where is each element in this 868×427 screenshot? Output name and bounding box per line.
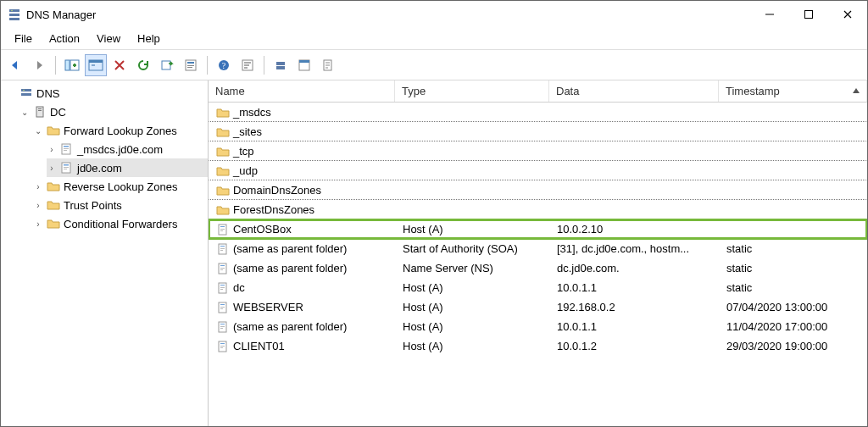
close-button[interactable] [828,1,867,28]
toolbar-separator [207,56,208,75]
cell-data: 10.0.2.10 [550,223,720,236]
list-record[interactable]: CentOSBoxHost (A)10.0.2.10 [209,219,867,239]
svg-rect-59 [220,326,225,327]
new-server-button[interactable] [270,54,292,76]
svg-rect-13 [187,65,194,66]
back-button[interactable] [4,54,26,76]
list-record[interactable]: dcHost (A)10.0.1.1static [209,278,867,297]
tree-label: Forward Lookup Zones [64,125,177,137]
tree-trust-points[interactable]: › Trust Points [33,196,208,214]
tree-root-dns[interactable]: DNS [6,84,208,103]
new-zone-button[interactable] [293,54,315,76]
filter-button[interactable] [236,54,259,76]
tree-zone-item[interactable]: ›_msdcs.jd0e.com [47,140,208,158]
help-button[interactable]: ? [213,54,235,76]
svg-rect-54 [220,304,225,305]
record-icon [216,340,230,353]
menu-file[interactable]: File [6,30,41,47]
svg-rect-6 [65,60,70,70]
tree-label: Reverse Lookup Zones [64,180,177,193]
list-subfolder[interactable]: ForestDnsZones [209,200,867,219]
menu-view[interactable]: View [88,30,129,47]
cell-type: Host (A) [396,320,550,333]
menu-action[interactable]: Action [41,30,88,47]
list-subfolder[interactable]: _sites [209,122,867,141]
record-name: WEBSERVER [233,301,303,313]
record-icon [216,301,230,314]
new-record-button[interactable] [317,54,339,76]
properties-button[interactable] [180,54,202,76]
expanded-twisty-icon[interactable]: ⌄ [19,107,30,117]
show-hide-tree-button[interactable] [61,54,83,76]
list-record[interactable]: WEBSERVERHost (A)192.168.0.207/04/2020 1… [209,297,867,317]
list-record[interactable]: (same as parent folder)Start of Authorit… [209,239,867,258]
list-subfolder[interactable]: _udp [209,161,867,180]
collapsed-twisty-icon[interactable]: › [33,200,43,210]
tree-conditional-forwarders[interactable]: › Conditional Forwarders [33,214,208,233]
refresh-button[interactable] [132,54,154,76]
column-type[interactable]: Type [395,80,549,102]
list-subfolder[interactable]: _tcp [209,141,867,161]
tree-pane[interactable]: DNS ⌄ DC ⌄ [1,80,209,426]
window-title: DNS Manager [26,8,96,21]
blank-twisty-icon [6,88,16,98]
svg-rect-64 [220,347,223,348]
column-timestamp[interactable]: Timestamp [719,80,867,102]
menu-help[interactable]: Help [129,30,169,47]
toolbar: ? [1,50,867,80]
collapsed-twisty-icon[interactable]: › [33,219,43,229]
svg-rect-51 [220,287,225,288]
tree-label: DC [50,106,66,119]
svg-rect-60 [220,328,223,329]
delete-button[interactable] [108,54,131,76]
record-icon [216,281,230,295]
svg-rect-5 [805,11,813,19]
svg-rect-34 [64,164,69,166]
tree-reverse-lookup-zones[interactable]: › Reverse Lookup Zones [33,177,208,196]
forward-button[interactable] [28,54,50,76]
collapsed-twisty-icon[interactable]: › [47,144,57,154]
list-pane: Name Type Data Timestamp _msdcs_sites_tc… [209,80,867,426]
cell-timestamp: static [720,262,866,274]
svg-point-3 [11,10,13,12]
svg-rect-14 [187,67,192,68]
collapsed-twisty-icon[interactable]: › [33,181,43,191]
cell-type: Host (A) [396,340,550,352]
collapsed-twisty-icon[interactable]: › [47,163,57,173]
svg-rect-38 [220,226,225,227]
cell-data: 10.0.1.2 [550,340,720,352]
svg-rect-62 [220,343,225,344]
minimize-button[interactable] [750,1,789,28]
svg-rect-21 [299,60,309,63]
list-record[interactable]: (same as parent folder)Host (A)10.0.1.11… [209,317,867,336]
list-record[interactable]: CLIENT01Host (A)10.0.1.229/03/2020 19:00… [209,336,867,356]
list-subfolder[interactable]: DomainDnsZones [209,180,867,200]
export-button[interactable] [156,54,178,76]
svg-rect-44 [220,250,223,251]
column-data[interactable]: Data [549,80,719,102]
expanded-twisty-icon[interactable]: ⌄ [33,125,43,136]
folder-icon [216,203,230,217]
column-name[interactable]: Name [209,80,395,102]
cell-timestamp: static [720,281,866,294]
cell-timestamp: 07/04/2020 13:00:00 [720,301,866,313]
record-name: _udp [233,164,258,177]
record-list[interactable]: _msdcs_sites_tcp_udpDomainDnsZonesForest… [209,103,867,426]
tree-zone-item[interactable]: ›jd0e.com [47,158,208,177]
folder-icon [47,124,60,137]
list-record[interactable]: (same as parent folder)Name Server (NS)d… [209,258,867,278]
maximize-button[interactable] [789,1,828,28]
cell-type: Host (A) [396,281,550,294]
toolbar-separator [55,56,56,75]
svg-rect-47 [220,268,225,269]
details-view-button[interactable] [85,54,107,76]
tree-forward-lookup-zones[interactable]: ⌄ Forward Lookup Zones [33,121,208,140]
body: DNS ⌄ DC ⌄ [1,80,867,426]
folder-icon [216,145,230,158]
record-icon [216,262,230,275]
svg-rect-56 [220,308,223,309]
folder-icon [216,184,230,197]
tree-server-dc[interactable]: ⌄ DC [19,103,208,121]
list-subfolder[interactable]: _msdcs [209,103,867,122]
svg-rect-48 [220,269,223,270]
